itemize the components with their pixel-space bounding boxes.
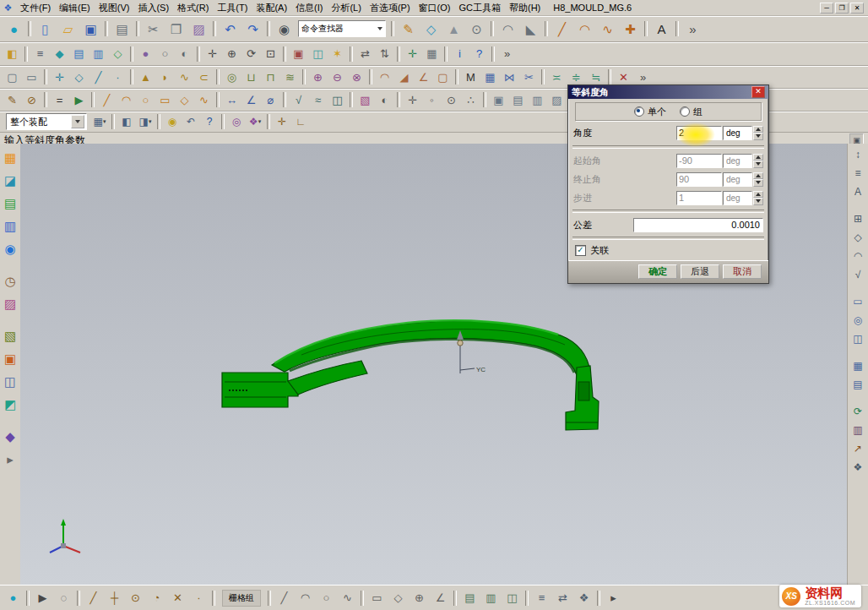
iso-view-icon[interactable]: ◇	[108, 45, 127, 63]
hole-feature-icon[interactable]: ◎	[222, 68, 241, 86]
menu-item[interactable]: 格式(R)	[173, 1, 213, 15]
angle-spinner[interactable]	[753, 126, 763, 140]
line-icon[interactable]: ╱	[551, 18, 573, 40]
datum-axis-icon[interactable]: ╱	[89, 68, 108, 86]
fit-view-icon[interactable]: ⊡	[261, 45, 280, 63]
overflow-chevron[interactable]: »	[681, 18, 704, 40]
extrude-icon[interactable]: ▲	[442, 18, 465, 40]
spin-down-icon[interactable]	[753, 133, 763, 140]
line-tool-icon[interactable]: ╱	[97, 91, 117, 109]
snap-center-icon2[interactable]: ⊙	[442, 91, 461, 109]
menu-item[interactable]: 帮助(H)	[505, 1, 545, 15]
circle-tool-icon[interactable]: ○	[136, 91, 155, 109]
intersect-icon[interactable]: ⊗	[347, 68, 366, 86]
mirror-icon[interactable]: ⋈	[500, 68, 519, 86]
list-icon[interactable]: ≡	[531, 588, 552, 607]
associative-checkbox[interactable]: ✓	[575, 245, 586, 256]
search-icon[interactable]: ◉	[273, 18, 296, 40]
deviation-icon[interactable]: √	[289, 91, 308, 109]
wireframe-icon[interactable]: ○	[155, 45, 175, 63]
undo-icon[interactable]: ↶	[219, 18, 241, 40]
select-any-icon[interactable]: ▦▾	[90, 114, 109, 130]
help-icon[interactable]: ?	[469, 45, 489, 63]
datum-target-icon[interactable]: ◇	[849, 229, 867, 246]
system-scene-icon[interactable]: ◩	[0, 394, 20, 414]
inside-select-icon[interactable]: ◧	[117, 114, 136, 130]
boss-icon[interactable]: ⊓	[261, 68, 280, 86]
layer-settings-icon[interactable]: ≡	[30, 45, 50, 63]
move-object-icon[interactable]: ⇄	[355, 45, 375, 63]
reuse-library-icon[interactable]: ▥	[0, 215, 20, 236]
snap-point-icon2[interactable]: ✛	[403, 91, 422, 109]
bom-icon[interactable]: ▥	[849, 422, 867, 438]
fcf-icon[interactable]: ⊞	[849, 210, 867, 227]
base-view-icon[interactable]: ▭	[849, 293, 867, 310]
lasso-icon[interactable]: ◌	[53, 588, 74, 607]
selection-scope-combo[interactable]: 整个装配	[6, 113, 87, 130]
finish-symbol-icon[interactable]: √	[849, 266, 867, 283]
wcs-dynamics-icon[interactable]: ✛	[403, 45, 422, 63]
found-set-icon[interactable]: ◎	[227, 114, 246, 130]
start-icon[interactable]: ●	[3, 18, 25, 40]
menu-item[interactable]: 装配(A)	[252, 1, 291, 15]
more-tools-icon[interactable]: ❖	[849, 459, 867, 476]
dialog-close-button[interactable]: ✕	[751, 86, 765, 98]
subtract-icon[interactable]: ⊖	[328, 68, 347, 86]
snap-mid-icon2[interactable]: ◦	[422, 91, 442, 109]
sweep-icon[interactable]: ∿	[175, 68, 194, 86]
process-studio-icon[interactable]: ▣	[0, 348, 20, 368]
align-icon[interactable]: ⇅	[375, 45, 394, 63]
snap-group-label[interactable]: 栅格组	[222, 590, 261, 607]
constraint-navigator-icon[interactable]: ◪	[0, 170, 20, 190]
restore-button[interactable]: ❐	[835, 3, 849, 14]
history-palette-icon[interactable]: ◷	[0, 270, 20, 291]
quick-pick-icon[interactable]: ?	[200, 114, 219, 130]
cut-icon[interactable]: ✂	[142, 18, 165, 40]
new-file-icon[interactable]: ▯	[34, 18, 57, 40]
bottom-start-icon[interactable]: ●	[3, 588, 24, 607]
section-analysis-icon[interactable]: ◫	[328, 91, 347, 109]
chamfer-icon[interactable]: ◣	[519, 18, 542, 40]
expression-icon[interactable]: =	[50, 91, 69, 109]
spin-up-icon[interactable]	[753, 126, 763, 133]
angle-unit[interactable]: deg	[723, 126, 752, 140]
menu-item[interactable]: 视图(V)	[95, 1, 134, 15]
edit-feature-icon[interactable]: ✎	[3, 91, 22, 109]
snap-toggle-icon[interactable]: ✛	[273, 114, 291, 130]
group-sel-icon[interactable]: ❖▾	[246, 114, 264, 130]
dialog-titlebar[interactable]: 等斜度角 ✕	[568, 85, 768, 99]
top-view-icon[interactable]: ▤	[69, 45, 89, 63]
snap-center-icon[interactable]: ⊙	[125, 588, 146, 607]
zoom-icon[interactable]: ⊕	[222, 45, 241, 63]
overflow-chevron-2[interactable]: »	[497, 45, 517, 63]
section-clip-icon[interactable]: ◫	[308, 45, 328, 63]
grid-icon[interactable]: ▦	[422, 45, 442, 63]
crossing-select-icon[interactable]: ◨▾	[136, 114, 155, 130]
extrude-feature-icon[interactable]: ▲	[136, 68, 155, 86]
section-view-icon[interactable]: ◫	[849, 330, 867, 347]
note-tool-icon[interactable]: ≡	[849, 165, 867, 182]
suppress-icon[interactable]: ⊘	[22, 91, 41, 109]
thread-icon[interactable]: M	[461, 68, 480, 86]
menu-item[interactable]: 信息(I)	[291, 1, 327, 15]
select-cursor-icon[interactable]: ▶	[32, 588, 53, 607]
misc-tools-icon[interactable]: ❖	[573, 588, 594, 607]
menu-item[interactable]: 插入(S)	[133, 1, 173, 15]
close-button[interactable]: ✕	[850, 3, 864, 14]
menu-item[interactable]: 编辑(E)	[55, 1, 95, 15]
minimize-button[interactable]: ─	[820, 3, 833, 14]
polygon-tool-icon[interactable]: ◇	[175, 91, 194, 109]
pattern-icon[interactable]: ▦	[480, 68, 500, 86]
hole-icon[interactable]: ⊙	[465, 18, 488, 40]
menu-item[interactable]: 工具(T)	[213, 1, 252, 15]
fillet-icon[interactable]: ◠	[496, 18, 519, 40]
command-finder[interactable]: 命令查找器	[298, 20, 386, 37]
unite-icon[interactable]: ⊕	[308, 68, 328, 86]
tool-icon[interactable]: ▣	[489, 91, 508, 109]
print-icon[interactable]: ▤	[111, 18, 133, 40]
follow-fillet-icon[interactable]: ▥	[480, 588, 502, 607]
delete-icon[interactable]: ✕	[614, 68, 633, 86]
rib-icon[interactable]: ≋	[280, 68, 300, 86]
tool-icon3[interactable]: ▥	[528, 91, 547, 109]
rect-select-icon[interactable]: ▭	[22, 68, 41, 86]
